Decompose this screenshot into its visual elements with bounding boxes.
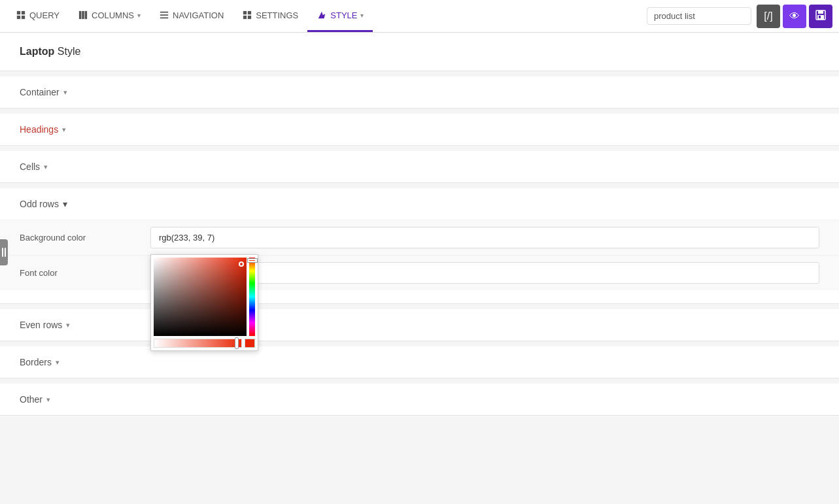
even-rows-caret-icon: ▾: [66, 321, 70, 329]
side-panel-handle[interactable]: [0, 239, 8, 265]
nav-label-settings: SETTINGS: [256, 10, 298, 20]
svg-rect-4: [17, 16, 20, 19]
columns-icon: [78, 10, 88, 20]
svg-rect-14: [243, 16, 247, 19]
color-gradient-area[interactable]: [154, 258, 247, 336]
color-preview-box: [245, 339, 255, 348]
borders-caret-icon: ▾: [56, 358, 60, 367]
color-picker-popup: [150, 254, 258, 351]
eye-icon: 👁: [789, 10, 800, 22]
section-cells[interactable]: Cells ▾: [0, 151, 839, 183]
picker-bottom-row: [154, 339, 255, 348]
nav-item-settings[interactable]: SETTINGS: [233, 0, 307, 32]
svg-rect-9: [160, 12, 168, 13]
save-icon: [815, 9, 827, 24]
nav-label-style: STYLE: [330, 10, 357, 20]
title-normal-part: Style: [54, 46, 80, 57]
top-navigation: QUERY COLUMNS ▾ NAVIGATION SETTINGS STYL…: [0, 0, 839, 33]
svg-rect-6: [79, 11, 82, 19]
nav-label-query: QUERY: [29, 10, 60, 20]
gradient-dark: [154, 258, 247, 336]
nav-item-navigation[interactable]: NAVIGATION: [150, 0, 233, 32]
odd-rows-caret-icon: ▾: [63, 199, 67, 209]
section-other[interactable]: Other ▾: [0, 384, 839, 416]
section-borders-header: Borders ▾: [20, 357, 819, 367]
nav-item-query[interactable]: QUERY: [7, 0, 69, 32]
section-odd-rows-header[interactable]: Odd rows ▾: [0, 188, 839, 220]
background-color-field: Background color: [0, 220, 839, 255]
preview-button[interactable]: 👁: [783, 5, 806, 28]
spacer: [0, 290, 839, 303]
nav-icon-nav: [159, 10, 169, 20]
svg-rect-8: [85, 11, 88, 19]
alpha-cursor: [235, 337, 239, 349]
table-icon: [16, 10, 26, 20]
section-other-header: Other ▾: [20, 394, 819, 405]
svg-rect-12: [243, 11, 247, 14]
section-even-rows[interactable]: Even rows ▾: [0, 309, 839, 341]
background-color-label: Background color: [20, 233, 150, 243]
nav-label-columns: COLUMNS: [92, 10, 134, 20]
style-icon: [317, 10, 327, 20]
settings-icon: [242, 10, 252, 20]
svg-rect-15: [248, 16, 251, 19]
svg-rect-19: [819, 16, 821, 18]
alpha-bar[interactable]: [154, 339, 242, 348]
section-headings[interactable]: Headings ▾: [0, 114, 839, 146]
headings-caret-icon: ▾: [62, 126, 66, 134]
hue-bar[interactable]: [249, 258, 255, 336]
svg-rect-0: [2, 248, 3, 257]
svg-rect-13: [248, 11, 251, 14]
nav-item-columns[interactable]: COLUMNS ▾: [69, 0, 150, 32]
section-odd-rows: Odd rows ▾ Background color: [0, 188, 839, 304]
main-content: Laptop Style Container ▾ Headings ▾ Cell…: [0, 33, 839, 416]
svg-rect-5: [22, 16, 25, 19]
font-color-field: Font color: [0, 255, 839, 290]
section-headings-label: Headings: [20, 124, 58, 135]
container-caret-icon: ▾: [63, 88, 67, 97]
font-color-label: Font color: [20, 268, 150, 278]
save-button[interactable]: [809, 5, 832, 28]
nav-item-style[interactable]: STYLE ▾: [307, 0, 373, 32]
color-picker-cursor: [239, 261, 244, 267]
section-borders-label: Borders: [20, 357, 52, 367]
section-other-label: Other: [20, 394, 43, 405]
title-bold-part: Laptop: [20, 46, 54, 57]
section-cells-header: Cells ▾: [20, 161, 819, 172]
section-container-label: Container: [20, 87, 60, 97]
section-odd-rows-label: Odd rows: [20, 199, 59, 209]
svg-rect-11: [160, 18, 168, 19]
cells-caret-icon: ▾: [44, 163, 48, 171]
svg-rect-2: [17, 11, 20, 14]
background-color-input[interactable]: [150, 227, 819, 248]
style-caret-icon: ▾: [360, 12, 364, 19]
section-headings-header: Headings ▾: [20, 124, 819, 135]
svg-rect-10: [160, 14, 168, 16]
nav-right-buttons: [/] 👁: [757, 5, 832, 28]
code-button[interactable]: [/]: [757, 5, 780, 28]
section-cells-label: Cells: [20, 161, 40, 172]
svg-rect-1: [5, 248, 6, 257]
code-icon: [/]: [764, 10, 772, 22]
svg-rect-7: [82, 11, 84, 19]
svg-rect-3: [22, 11, 25, 14]
other-caret-icon: ▾: [46, 395, 50, 404]
page-title-bar: Laptop Style: [0, 33, 839, 71]
section-even-rows-label: Even rows: [20, 320, 62, 330]
background-color-value: [150, 227, 819, 248]
section-even-rows-header: Even rows ▾: [20, 320, 819, 330]
product-name-input[interactable]: [647, 7, 751, 25]
section-container[interactable]: Container ▾: [0, 76, 839, 109]
page-title: Laptop Style: [20, 46, 819, 58]
section-container-header: Container ▾: [20, 87, 819, 97]
svg-rect-17: [818, 10, 823, 14]
nav-label-navigation: NAVIGATION: [173, 10, 224, 20]
hue-cursor: [248, 259, 257, 262]
section-borders[interactable]: Borders ▾: [0, 346, 839, 378]
columns-caret-icon: ▾: [137, 12, 141, 19]
